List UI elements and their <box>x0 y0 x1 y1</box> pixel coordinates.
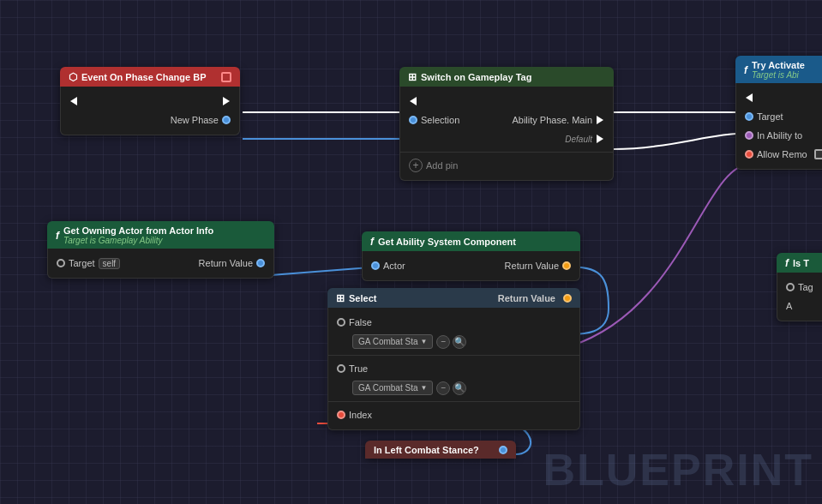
add-pin-icon[interactable]: + <box>409 159 423 172</box>
try-activate-exec-row <box>736 88 822 107</box>
select-divider2 <box>328 401 579 402</box>
blueprint-watermark: BLUEPRINT <box>543 444 813 495</box>
select-return-pin[interactable] <box>563 294 572 303</box>
try-activate-icon: f <box>744 64 747 76</box>
is-t-header: f Is T <box>777 253 822 273</box>
try-activate-in-ability-row: In Ability to <box>736 126 822 145</box>
get-owning-subtitle: Target is Gameplay Ability <box>63 236 213 245</box>
try-activate-title-block: Try Activate Target is Abi <box>752 60 805 80</box>
select-divider1 <box>328 355 579 356</box>
get-ability-return-label: Return Value <box>505 261 559 271</box>
event-node-title: Event On Phase Change BP <box>81 72 206 82</box>
select-true-option: GA Combat Sta <box>358 383 417 393</box>
get-ability-system-node: f Get Ability System Component Actor Ret… <box>362 231 580 281</box>
select-false-minus-btn[interactable]: − <box>436 335 450 349</box>
try-activate-title: Try Activate <box>752 60 805 70</box>
select-false-dropdown[interactable]: GA Combat Sta ▼ <box>352 334 433 349</box>
try-activate-allow-row: Allow Remo <box>736 145 822 164</box>
select-node: ⊞ Select Return Value False GA Combat St… <box>327 288 580 430</box>
select-false-pin[interactable] <box>337 318 345 327</box>
get-ability-actor-label: Actor <box>383 261 405 271</box>
select-false-row: False <box>328 313 579 332</box>
is-t-a-label: A <box>786 301 792 311</box>
switch-node-title: Switch on Gameplay Tag <box>421 72 531 82</box>
blueprint-canvas: ⬡ Event On Phase Change BP New Phase ⊞ S… <box>0 0 822 504</box>
new-phase-pin[interactable] <box>222 116 231 124</box>
get-ability-actor-pin[interactable] <box>371 261 380 270</box>
get-owning-actor-node: f Get Owning Actor from Actor Info Targe… <box>47 221 274 279</box>
try-activate-in-ability-label: In Ability to <box>757 130 802 141</box>
try-activate-exec-in[interactable] <box>746 93 753 102</box>
try-activate-target-pin[interactable] <box>745 112 753 121</box>
get-owning-header: f Get Owning Actor from Actor Info Targe… <box>47 221 274 249</box>
select-index-label: Index <box>349 410 372 420</box>
get-owning-body: Target self Return Value <box>47 249 274 279</box>
add-pin-label: Add pin <box>426 160 458 171</box>
try-activate-subtitle: Target is Abi <box>752 70 805 80</box>
get-ability-return-pin[interactable] <box>562 261 571 270</box>
select-false-arrow: ▼ <box>420 338 427 345</box>
select-index-row: Index <box>328 405 579 424</box>
get-owning-target-pin[interactable] <box>57 259 65 267</box>
switch-ability-phase-out[interactable] <box>597 116 603 124</box>
select-true-dropdown[interactable]: GA Combat Sta ▼ <box>352 381 433 395</box>
switch-node-body: Selection Ability Phase. Main Default + … <box>399 87 614 181</box>
is-t-tag-pin[interactable] <box>786 283 795 291</box>
is-t-title: Is T <box>793 258 809 268</box>
is-t-tag-row: Tag <box>777 278 822 297</box>
get-owning-self-badge: self <box>99 258 121 269</box>
select-true-minus-btn[interactable]: − <box>436 381 450 395</box>
try-activate-allow-label: Allow Remo <box>757 149 807 159</box>
switch-exec-in[interactable] <box>410 97 417 105</box>
combat-stance-node: In Left Combat Stance? <box>365 441 516 459</box>
select-title: Select <box>349 293 376 303</box>
event-node-body: New Phase <box>60 87 240 135</box>
get-ability-title: Get Ability System Component <box>378 237 516 247</box>
try-activate-in-ability-pin[interactable] <box>745 131 753 140</box>
switch-selection-label: Selection <box>421 115 459 125</box>
select-true-option-row: GA Combat Sta ▼ − 🔍 <box>328 378 579 398</box>
select-false-icons: − 🔍 <box>436 335 466 349</box>
get-owning-return-pin[interactable] <box>256 259 265 267</box>
select-true-pin[interactable] <box>337 364 345 373</box>
new-phase-label: New Phase <box>171 115 219 125</box>
exec-in-pin[interactable] <box>70 97 77 105</box>
select-false-label: False <box>349 317 372 327</box>
switch-selection-in-pin[interactable] <box>409 116 417 124</box>
try-activate-target-row: Target <box>736 107 822 126</box>
select-false-search-btn[interactable]: 🔍 <box>453 335 466 349</box>
get-owning-target-label: Target <box>69 258 95 268</box>
event-icon: ⬡ <box>69 71 77 83</box>
select-header: ⊞ Select Return Value <box>327 288 580 308</box>
exec-out-pin[interactable] <box>223 97 230 105</box>
select-true-row: True <box>328 359 579 378</box>
try-activate-allow-checkbox[interactable] <box>814 149 822 159</box>
select-false-option: GA Combat Sta <box>358 337 417 346</box>
event-node-close-icon[interactable] <box>221 72 231 82</box>
select-true-icons: − 🔍 <box>436 381 466 395</box>
is-t-node: f Is T Tag A <box>777 253 822 321</box>
switch-divider <box>400 152 613 153</box>
try-activate-allow-pin[interactable] <box>745 150 753 159</box>
combat-stance-header: In Left Combat Stance? <box>365 441 516 459</box>
select-index-pin[interactable] <box>337 411 345 419</box>
switch-default-row: Default <box>400 129 613 148</box>
is-t-body: Tag A <box>777 273 822 321</box>
switch-icon: ⊞ <box>408 71 417 83</box>
is-t-tag-label: Tag <box>798 282 813 292</box>
is-t-a-row: A <box>777 297 822 315</box>
switch-add-pin-row[interactable]: + Add pin <box>400 156 613 175</box>
switch-on-gameplay-tag-node: ⊞ Switch on Gameplay Tag Selection Abili… <box>399 67 614 181</box>
switch-default-out[interactable] <box>597 135 603 143</box>
get-owning-title-block: Get Owning Actor from Actor Info Target … <box>63 225 213 245</box>
select-true-search-btn[interactable]: 🔍 <box>453 381 466 395</box>
select-body: False GA Combat Sta ▼ − 🔍 True <box>327 308 580 430</box>
event-on-phase-change-node: ⬡ Event On Phase Change BP New Phase <box>60 67 240 135</box>
select-true-arrow: ▼ <box>420 384 427 392</box>
combat-stance-out-pin[interactable] <box>499 446 507 454</box>
event-node-header: ⬡ Event On Phase Change BP <box>60 67 240 87</box>
try-activate-header: f Try Activate Target is Abi <box>735 56 822 83</box>
get-owning-title: Get Owning Actor from Actor Info <box>63 225 213 236</box>
switch-exec-row <box>400 92 613 111</box>
select-return-label: Return Value <box>498 293 555 303</box>
